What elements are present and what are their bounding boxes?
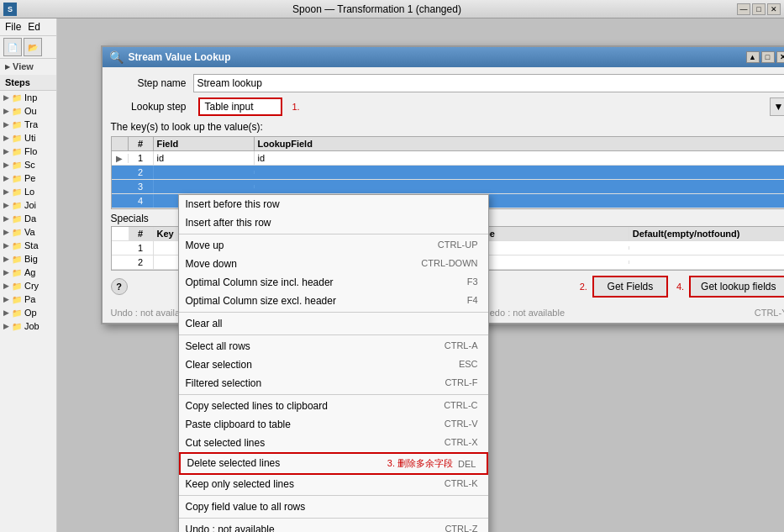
table-header: # Field LookupField (112, 137, 785, 151)
spoon-icon: S (3, 3, 17, 16)
get-fields-button[interactable]: Get Fields (592, 276, 668, 298)
ctx-paste-table[interactable]: Paste clipboard to table CTRL-V (179, 415, 488, 434)
sidebar-item-big[interactable]: ▶📁Big (0, 252, 56, 266)
tool-open[interactable]: 📂 (24, 38, 42, 56)
context-menu: Insert before this row Insert after this… (178, 194, 489, 532)
ctx-keep-lines[interactable]: Keep only selected lines CTRL-K (179, 475, 488, 493)
ctx-move-down[interactable]: Move down CTRL-DOWN (179, 255, 488, 273)
row-lookup: id (255, 151, 785, 165)
annotation-2: 2. (580, 282, 587, 292)
lookup-step-row: Lookup step Table input 1. ▼ (111, 97, 785, 116)
sidebar-item-ag[interactable]: ▶📁Ag (0, 266, 56, 279)
title-bar: S Spoon — Transformation 1 (changed) — □… (0, 0, 784, 18)
ctx-copy-field[interactable]: Copy field value to all rows (179, 498, 488, 516)
std-type (471, 261, 629, 264)
ctx-copy-lines[interactable]: Copy selected lines to clipboard CTRL-C (179, 397, 488, 415)
tool-new[interactable]: 📄 (3, 38, 22, 56)
ctx-filtered-sel[interactable]: Filtered selection CTRL-F (179, 374, 488, 392)
step-name-row: Step name (111, 74, 785, 92)
sidebar-item-va[interactable]: ▶📁Va (0, 225, 56, 239)
dialog-titlebar: 🔍 Stream Value Lookup ▲ □ ✕ (103, 47, 785, 67)
row-num: 1 (129, 151, 154, 165)
sidebar-item-sta[interactable]: ▶📁Sta (0, 239, 56, 252)
view-label[interactable]: ▸ View (0, 59, 56, 75)
row-arrow: ▶ (112, 154, 129, 163)
ctx-sep-5 (179, 495, 488, 496)
ctx-undo[interactable]: Undo : not available CTRL-Z (179, 520, 488, 532)
dialog-title: Stream Value Lookup (129, 51, 231, 63)
redo-label: Redo : not available (483, 308, 565, 318)
ctx-clear-sel[interactable]: Clear selection ESC (179, 356, 488, 374)
ctx-clear-all[interactable]: Clear all (179, 314, 488, 333)
row-lookup (255, 171, 785, 174)
ctx-insert-after[interactable]: Insert after this row (179, 213, 488, 232)
dialog-close-btn[interactable]: ✕ (776, 51, 785, 63)
th-num: # (129, 137, 154, 150)
steps-header: Steps (0, 75, 56, 91)
row-field (154, 171, 255, 174)
ctx-opt-excl[interactable]: Optimal Column size excl. header F4 (179, 292, 488, 310)
sidebar-item-pa[interactable]: ▶📁Pa (0, 292, 56, 306)
table-row[interactable]: ▶ 1 id id (112, 151, 785, 166)
toolbar: 📄 📂 (0, 36, 56, 59)
th-field: Field (154, 137, 255, 150)
sidebar-item-uti[interactable]: ▶📁Uti (0, 131, 56, 145)
std-num: 2 (129, 255, 154, 269)
sidebar-item-inp[interactable]: ▶📁Inp (0, 91, 56, 104)
ctx-insert-before[interactable]: Insert before this row (179, 195, 488, 213)
app-title: Spoon — Transformation 1 (changed) (292, 3, 461, 15)
ctx-delete-lines[interactable]: Delete selected lines 3. 删除多余字段 DEL (179, 452, 488, 475)
help-button[interactable]: ? (111, 278, 128, 295)
minimize-button[interactable]: — (737, 3, 750, 15)
sidebar-item-pe[interactable]: ▶📁Pe (0, 171, 56, 185)
th-lookup: LookupField (255, 137, 785, 150)
row-num: 3 (129, 180, 154, 193)
ctx-select-all[interactable]: Select all rows CTRL-A (179, 337, 488, 356)
sidebar-item-flo[interactable]: ▶📁Flo (0, 145, 56, 158)
dialog-overlay: 🔍 Stream Value Lookup ▲ □ ✕ Step name (57, 37, 784, 532)
get-lookup-fields-button[interactable]: Get lookup fields (689, 276, 784, 298)
app-body: File Ed 📄 📂 ▸ View Steps ▶📁Inp ▶📁Ou ▶📁Tr… (0, 18, 784, 532)
menu-bar: File Ed (0, 18, 56, 36)
ctx-move-up[interactable]: Move up CTRL-UP (179, 236, 488, 255)
ctx-sep-2 (179, 312, 488, 313)
sidebar-item-joi[interactable]: ▶📁Joi (0, 198, 56, 212)
sidebar-item-ou[interactable]: ▶📁Ou (0, 104, 56, 118)
sidebar-item-sc[interactable]: ▶📁Sc (0, 158, 56, 171)
menu-edit[interactable]: Ed (28, 21, 40, 33)
ctx-sep-4 (179, 394, 488, 395)
dialog-max-btn[interactable]: □ (761, 51, 775, 63)
menu-file[interactable]: File (5, 21, 21, 33)
sth-default: Default(empty/notfound) (629, 227, 784, 240)
lookup-step-dropdown[interactable]: ▼ (770, 97, 785, 116)
redo-item: Redo : not available CTRL-Y (483, 308, 784, 318)
close-button[interactable]: ✕ (767, 3, 781, 15)
title-bar-controls: — □ ✕ (737, 3, 781, 15)
dialog-min-btn[interactable]: ▲ (746, 51, 760, 63)
maximize-button[interactable]: □ (752, 3, 766, 15)
sidebar-item-tra[interactable]: ▶📁Tra (0, 118, 56, 131)
sidebar-item-lo[interactable]: ▶📁Lo (0, 185, 56, 198)
ctx-sep-1 (179, 234, 488, 234)
ctx-cut-lines[interactable]: Cut selected lines CTRL-X (179, 434, 488, 452)
sth-type: Type (471, 227, 629, 240)
sidebar-item-job[interactable]: ▶📁Job (0, 319, 56, 333)
title-bar-left: S (3, 3, 17, 16)
row-field (154, 185, 255, 188)
th-arrow (112, 137, 129, 150)
keys-text: The key(s) to look up the value(s): (111, 121, 785, 133)
step-name-input[interactable] (193, 74, 785, 92)
table-row[interactable]: 3 (112, 180, 785, 194)
stream-value-lookup-dialog: 🔍 Stream Value Lookup ▲ □ ✕ Step name (101, 45, 785, 324)
row-lookup (255, 185, 785, 188)
table-row[interactable]: 2 (112, 166, 785, 180)
step-name-label: Step name (111, 77, 187, 89)
sidebar-item-cry[interactable]: ▶📁Cry (0, 279, 56, 292)
sidebar-item-da[interactable]: ▶📁Da (0, 212, 56, 225)
sidebar-item-op[interactable]: ▶📁Op (0, 306, 56, 319)
std-num: 1 (129, 241, 154, 255)
ctx-opt-incl[interactable]: Optimal Column size incl. header F3 (179, 273, 488, 292)
lookup-step-label: Lookup step (111, 101, 187, 113)
row-num: 4 (129, 194, 154, 208)
sidebar: File Ed 📄 📂 ▸ View Steps ▶📁Inp ▶📁Ou ▶📁Tr… (0, 18, 57, 532)
